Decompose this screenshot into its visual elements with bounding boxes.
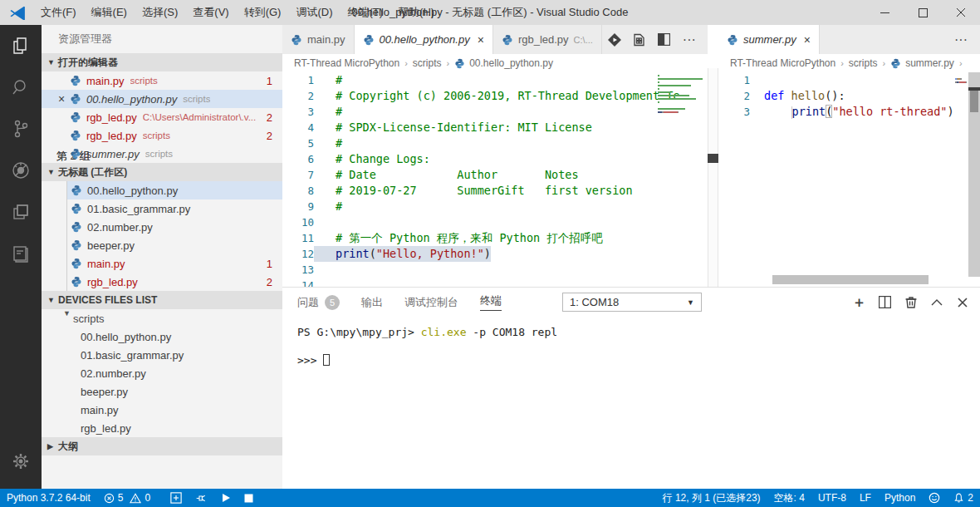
breadcrumb-item[interactable]: scripts xyxy=(849,57,878,69)
code-editor-1[interactable]: 1#2# Copyright (c) 2006-2019, RT-Thread … xyxy=(282,72,708,287)
debug-icon[interactable] xyxy=(0,150,42,191)
status-item[interactable]: Python xyxy=(878,489,922,507)
panel-tab-调试控制台[interactable]: 调试控制台 xyxy=(404,288,458,317)
notebook-icon[interactable] xyxy=(0,233,42,274)
tab-00.hello_python.py[interactable]: 00.hello_python.py× xyxy=(355,25,493,54)
close-icon[interactable]: × xyxy=(478,33,484,47)
breadcrumb-item[interactable]: RT-Thread MicroPython xyxy=(294,57,399,69)
python-interpreter-status[interactable]: Python 3.7.2 64-bit xyxy=(0,489,97,507)
panel-actions: ＋ xyxy=(846,288,975,317)
close-panel-icon[interactable] xyxy=(949,288,975,317)
status-item[interactable]: UTF-8 xyxy=(811,489,853,507)
python-file-icon xyxy=(70,148,81,160)
problems-status[interactable]: 5 0 xyxy=(97,489,164,507)
split-terminal-icon[interactable] xyxy=(872,288,898,317)
status-item[interactable]: 空格: 4 xyxy=(767,489,811,507)
tab-rgb_led.py[interactable]: rgb_led.pyC:\... xyxy=(493,25,602,54)
panel-tab-问题[interactable]: 问题5 xyxy=(297,288,340,317)
workspace-file-item[interactable]: 00.hello_python.py xyxy=(67,181,282,199)
maximize-icon[interactable] xyxy=(904,0,942,25)
status-item[interactable]: 行 12, 列 1 (已选择23) xyxy=(656,489,767,507)
workspace-file-item[interactable]: beeper.py xyxy=(67,236,282,254)
minimap[interactable] xyxy=(658,75,706,121)
device-file-item[interactable]: 02.number.py xyxy=(42,364,282,382)
panel-tab-label: 问题 xyxy=(297,295,319,310)
menu-item[interactable]: 文件(F) xyxy=(33,0,84,25)
source-control-icon[interactable] xyxy=(0,108,42,150)
run-icon[interactable] xyxy=(602,25,627,54)
workspace-file-item[interactable]: rgb_led.py2 xyxy=(67,273,282,291)
error-count: 5 xyxy=(118,492,124,504)
sync-file-icon[interactable] xyxy=(627,25,652,54)
devices-file-list: 00.hello_python.py01.basic_grammar.py02.… xyxy=(42,327,282,437)
problem-badge: 1 xyxy=(267,75,272,87)
device-file-item[interactable]: 01.basic_grammar.py xyxy=(42,346,282,364)
editor-group-1: main.py00.hello_python.py×rgb_led.pyC:\.… xyxy=(282,25,708,287)
kill-terminal-icon[interactable] xyxy=(898,288,924,317)
tab-main.py[interactable]: main.py xyxy=(282,25,355,54)
devices-folder-scripts[interactable]: ▼scripts xyxy=(42,309,282,327)
minimize-icon[interactable] xyxy=(865,0,904,25)
device-file-item[interactable]: 00.hello_python.py xyxy=(42,327,282,346)
device-file-item[interactable]: rgb_led.py xyxy=(42,419,282,437)
code-line: 5# xyxy=(282,135,708,151)
python-file-icon xyxy=(890,58,901,69)
close-icon[interactable]: × xyxy=(804,33,811,47)
new-terminal-icon[interactable]: ＋ xyxy=(846,288,872,317)
menu-item[interactable]: 调试(D) xyxy=(288,0,340,25)
feedback-smiley-icon[interactable] xyxy=(922,489,947,507)
run-icon[interactable] xyxy=(214,489,238,507)
download-icon[interactable] xyxy=(164,489,189,507)
menu-item[interactable]: 终端(T) xyxy=(340,0,390,25)
panel-tab-label: 调试控制台 xyxy=(404,295,458,310)
notifications-bell-icon[interactable]: 2 xyxy=(947,489,980,507)
open-editors-list: 第 1 组main.pyscripts1×00.hello_python.pys… xyxy=(42,71,282,163)
devices-files-header[interactable]: ▼DEVICES FILES LIST xyxy=(42,291,282,309)
status-item[interactable]: LF xyxy=(853,489,878,507)
workspace-file-item[interactable]: 02.number.py xyxy=(67,218,282,236)
breadcrumb-item[interactable]: scripts xyxy=(413,57,442,69)
sash-handle[interactable] xyxy=(708,154,718,163)
line-number: 3 xyxy=(282,104,314,120)
code-editor-2[interactable]: 12def hello():3 print("hello rt-thread") xyxy=(718,72,980,287)
vertical-scrollbar[interactable] xyxy=(968,72,980,277)
settings-gear-icon[interactable] xyxy=(0,441,42,482)
search-icon[interactable] xyxy=(0,66,42,108)
terminal-content[interactable]: PS G:\mpy\mpy_prj> cli.exe -p COM18 repl… xyxy=(282,317,980,367)
menu-item[interactable]: 转到(G) xyxy=(237,0,289,25)
minimap-2[interactable] xyxy=(955,75,967,85)
maximize-panel-icon[interactable] xyxy=(924,288,949,317)
panel-tab-输出[interactable]: 输出 xyxy=(361,288,383,317)
workspace-file-item[interactable]: 01.basic_grammar.py xyxy=(67,199,282,218)
menu-item[interactable]: 编辑(E) xyxy=(84,0,135,25)
breadcrumb-item[interactable]: summer.py xyxy=(905,57,954,69)
more-actions-icon[interactable]: ··· xyxy=(677,25,702,54)
extensions-icon[interactable] xyxy=(0,191,42,233)
workspace-file-item[interactable]: main.py1 xyxy=(67,254,282,273)
device-file-item[interactable]: beeper.py xyxy=(42,382,282,401)
tab-summer.py[interactable]: summer.py× xyxy=(718,25,820,54)
open-editor-item[interactable]: summer.pyscripts xyxy=(42,145,282,163)
stop-icon[interactable] xyxy=(238,489,260,507)
breadcrumb-item[interactable]: RT-Thread MicroPython xyxy=(730,57,835,69)
code-line: 13 xyxy=(282,262,708,278)
status-bar-right: 行 12, 列 1 (已选择23)空格: 4UTF-8LFPython2 xyxy=(656,489,980,507)
menu-item[interactable]: 选择(S) xyxy=(135,0,185,25)
file-detail: scripts xyxy=(183,94,210,104)
terminal-select[interactable]: 1: COM18 ▼ xyxy=(562,293,702,312)
menu-item[interactable]: 查看(V) xyxy=(185,0,236,25)
outline-header[interactable]: ▶大纲 xyxy=(42,437,282,455)
horizontal-scrollbar[interactable] xyxy=(772,275,929,284)
panel-tab-终端[interactable]: 终端 xyxy=(480,288,502,317)
plug-icon[interactable] xyxy=(189,489,214,507)
split-editor-icon[interactable] xyxy=(652,25,677,54)
menu-item[interactable]: 帮助(H) xyxy=(390,0,442,25)
explorer-icon[interactable] xyxy=(0,25,42,66)
workspace-header[interactable]: ▼无标题 (工作区) xyxy=(42,163,282,181)
device-file-item[interactable]: main.py xyxy=(42,401,282,419)
close-icon[interactable] xyxy=(942,0,980,25)
more-actions-icon[interactable]: ··· xyxy=(948,25,973,54)
notification-count: 2 xyxy=(968,492,973,504)
line-number: 3 xyxy=(718,104,750,120)
breadcrumb-item[interactable]: 00.hello_python.py xyxy=(469,57,553,69)
